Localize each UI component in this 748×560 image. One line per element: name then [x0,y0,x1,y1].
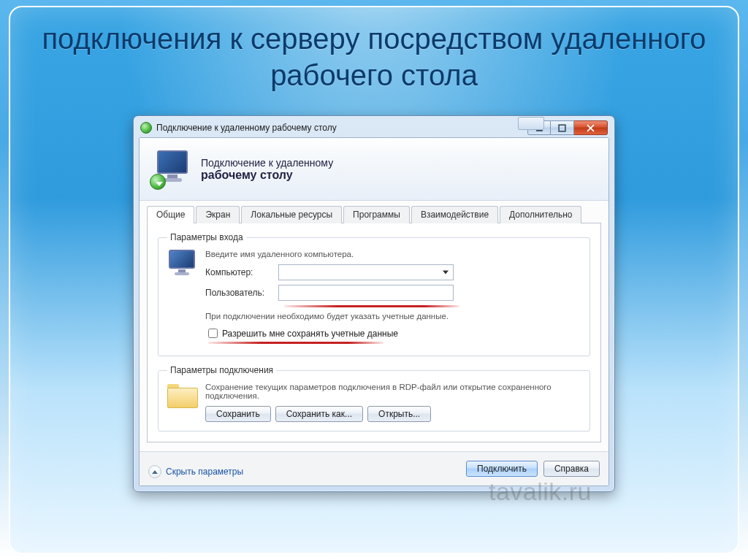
folder-icon [167,383,198,407]
svg-rect-1 [559,125,565,131]
tab-general[interactable]: Общие [147,206,194,223]
checkbox-highlight [208,342,383,344]
user-highlight [284,305,459,307]
computer-row: Компьютер: [205,264,581,280]
group-login-legend: Параметры входа [167,232,246,242]
chevron-up-icon [148,465,161,478]
rdp-window: Подключение к удаленному рабочему столу [133,115,615,492]
header-band: Подключение к удаленному рабочему столу [140,138,608,201]
tab-body-general: Параметры входа Введите имя удаленного к… [147,223,601,442]
tabs-container: Общие Экран Локальные ресурсы Программы … [140,201,608,451]
maximize-button[interactable] [551,120,574,135]
allow-save-label: Разрешить мне сохранять учетные данные [222,329,398,339]
slide-card: подключения к серверу посредством удален… [9,6,739,554]
save-as-button[interactable]: Сохранить как... [275,406,363,422]
tab-strip: Общие Экран Локальные ресурсы Программы … [147,205,601,223]
help-button[interactable]: Справка [543,461,600,477]
slide-title: подключения к серверу посредством удален… [10,7,738,93]
header-line1: Подключение к удаленному [201,157,333,169]
window-title: Подключение к удаленному рабочему столу [156,123,337,133]
footer-bar: Скрыть параметры Подключить Справка [140,451,608,486]
user-row: Пользователь: [205,285,581,301]
collapse-row[interactable]: Скрыть параметры [148,465,243,478]
close-icon [587,124,595,132]
tab-programs[interactable]: Программы [343,206,410,223]
login-intro: Введите имя удаленного компьютера. [205,250,581,258]
allow-save-row: Разрешить мне сохранять учетные данные [205,326,581,340]
header-line2: рабочему столу [201,169,333,182]
user-label: Пользователь: [205,288,278,298]
rdp-app-icon [140,122,152,134]
group-connection-legend: Параметры подключения [167,365,276,375]
connect-button[interactable]: Подключить [466,461,538,477]
maximize-icon [558,124,566,132]
tab-experience[interactable]: Взаимодействие [411,206,498,223]
user-input[interactable] [278,285,454,301]
computer-label: Компьютер: [205,267,278,277]
group-connection: Параметры подключения Сохранение текущих… [158,365,590,431]
tab-local-resources[interactable]: Локальные ресурсы [241,206,342,223]
rdp-logo-icon [153,150,191,188]
header-titles: Подключение к удаленному рабочему столу [201,157,333,182]
connection-desc: Сохранение текущих параметров подключени… [205,383,581,400]
tab-display[interactable]: Экран [196,206,240,223]
computer-combo[interactable] [278,264,454,280]
allow-save-checkbox[interactable] [208,329,218,338]
login-note: При подключении необходимо будет указать… [205,312,581,321]
connection-buttons: Сохранить Сохранить как... Открыть... [205,406,581,422]
computer-icon [167,250,198,280]
close-button[interactable] [574,120,608,135]
tab-advanced[interactable]: Дополнительно [500,206,581,223]
group-login: Параметры входа Введите имя удаленного к… [158,232,590,356]
save-button[interactable]: Сохранить [205,406,271,422]
window-drag-handle[interactable] [518,117,544,130]
open-button[interactable]: Открыть... [367,406,431,422]
client-area: Подключение к удаленному рабочему столу … [139,137,609,486]
hide-options-link[interactable]: Скрыть параметры [166,467,243,477]
